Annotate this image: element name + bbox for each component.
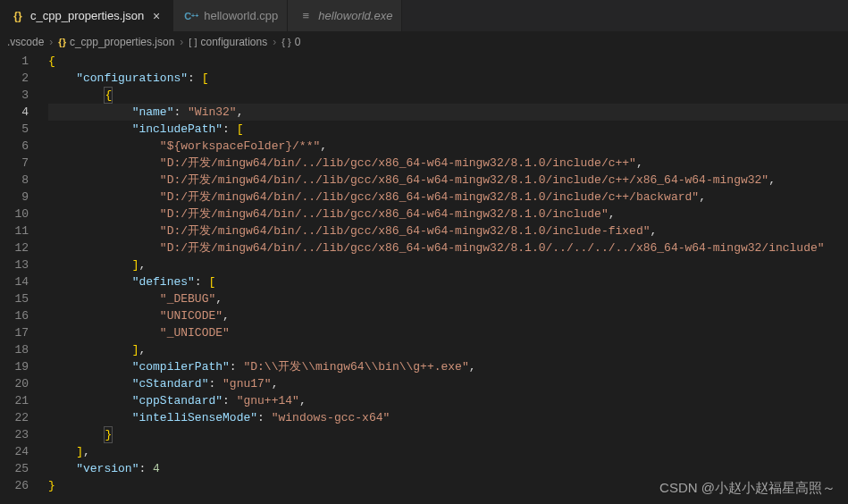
- breadcrumb-item[interactable]: .vscode: [7, 36, 44, 48]
- tab-helloworld-exe[interactable]: ≡ helloworld.exe: [288, 0, 402, 31]
- code-line[interactable]: "cStandard": "gnu17",: [48, 375, 848, 392]
- line-number: 25: [0, 460, 29, 477]
- line-number: 6: [0, 138, 29, 155]
- line-number: 21: [0, 392, 29, 409]
- tab-helloworld-cpp[interactable]: C++ helloworld.cpp: [173, 0, 288, 31]
- code-line[interactable]: {: [48, 53, 848, 70]
- line-number: 14: [0, 273, 29, 290]
- cpp-icon: C++: [184, 9, 198, 23]
- code-line[interactable]: {: [48, 87, 848, 104]
- line-number-gutter: 1234567891011121314151617181920212223242…: [0, 53, 45, 504]
- line-number: 13: [0, 256, 29, 273]
- object-icon: { }: [281, 37, 290, 47]
- code-line[interactable]: "UNICODE",: [48, 307, 848, 324]
- code-line[interactable]: "version": 4: [48, 460, 848, 477]
- json-icon: {}: [58, 37, 66, 47]
- line-number: 5: [0, 121, 29, 138]
- line-number: 7: [0, 155, 29, 172]
- tab-label: helloworld.cpp: [204, 9, 278, 22]
- code-line[interactable]: ],: [48, 256, 848, 273]
- code-line[interactable]: "cppStandard": "gnu++14",: [48, 392, 848, 409]
- editor-tabs: {} c_cpp_properties.json × C++ helloworl…: [0, 0, 848, 31]
- code-line[interactable]: }: [48, 426, 848, 443]
- line-number: 18: [0, 341, 29, 358]
- code-line[interactable]: "${workspaceFolder}/**",: [48, 138, 848, 155]
- line-number: 16: [0, 307, 29, 324]
- code-line[interactable]: ],: [48, 443, 848, 460]
- json-icon: {}: [11, 9, 25, 23]
- close-icon[interactable]: ×: [149, 9, 164, 23]
- breadcrumb[interactable]: .vscode › {} c_cpp_properties.json › [ ]…: [0, 31, 848, 53]
- code-line[interactable]: "name": "Win32",: [48, 104, 848, 121]
- tab-label: helloworld.exe: [318, 9, 392, 22]
- code-content[interactable]: { "configurations": [ { "name": "Win32",…: [45, 53, 848, 504]
- code-line[interactable]: "_UNICODE": [48, 324, 848, 341]
- line-number: 24: [0, 443, 29, 460]
- code-line[interactable]: "compilerPath": "D:\\开发\\mingw64\\bin\\g…: [48, 358, 848, 375]
- chevron-right-icon: ›: [273, 36, 276, 48]
- breadcrumb-item[interactable]: configurations: [201, 36, 268, 48]
- breadcrumb-item[interactable]: c_cpp_properties.json: [70, 36, 174, 48]
- line-number: 10: [0, 206, 29, 223]
- tab-label: c_cpp_properties.json: [30, 9, 144, 22]
- line-number: 3: [0, 87, 29, 104]
- array-icon: [ ]: [189, 37, 197, 47]
- line-number: 26: [0, 477, 29, 494]
- line-number: 2: [0, 70, 29, 87]
- code-line[interactable]: "D:/开发/mingw64/bin/../lib/gcc/x86_64-w64…: [48, 172, 848, 189]
- chevron-right-icon: ›: [49, 36, 53, 48]
- line-number: 11: [0, 223, 29, 239]
- code-editor[interactable]: 1234567891011121314151617181920212223242…: [0, 53, 848, 504]
- code-line[interactable]: "D:/开发/mingw64/bin/../lib/gcc/x86_64-w64…: [48, 239, 848, 256]
- code-line[interactable]: "D:/开发/mingw64/bin/../lib/gcc/x86_64-w64…: [48, 155, 848, 172]
- line-number: 23: [0, 426, 29, 443]
- code-line[interactable]: "includePath": [: [48, 121, 848, 138]
- line-number: 20: [0, 375, 29, 392]
- code-line[interactable]: "intelliSenseMode": "windows-gcc-x64": [48, 409, 848, 426]
- line-number: 8: [0, 172, 29, 189]
- code-line[interactable]: "configurations": [: [48, 70, 848, 87]
- line-number: 9: [0, 189, 29, 206]
- chevron-right-icon: ›: [180, 36, 183, 48]
- exe-icon: ≡: [298, 9, 313, 23]
- code-line[interactable]: "D:/开发/mingw64/bin/../lib/gcc/x86_64-w64…: [48, 206, 848, 223]
- line-number: 22: [0, 409, 29, 426]
- code-line[interactable]: "D:/开发/mingw64/bin/../lib/gcc/x86_64-w64…: [48, 189, 848, 206]
- code-line[interactable]: "defines": [: [48, 273, 848, 290]
- line-number: 1: [0, 53, 29, 70]
- line-number: 17: [0, 324, 29, 341]
- code-line[interactable]: "_DEBUG",: [48, 290, 848, 307]
- line-number: 4: [0, 104, 29, 121]
- line-number: 12: [0, 239, 29, 256]
- code-line[interactable]: "D:/开发/mingw64/bin/../lib/gcc/x86_64-w64…: [48, 223, 848, 239]
- tab-c-cpp-properties[interactable]: {} c_cpp_properties.json ×: [0, 0, 173, 31]
- line-number: 15: [0, 290, 29, 307]
- code-line[interactable]: ],: [48, 341, 848, 358]
- watermark: CSDN @小赵小赵福星高照～: [659, 480, 835, 497]
- line-number: 19: [0, 358, 29, 375]
- breadcrumb-item[interactable]: 0: [295, 36, 301, 48]
